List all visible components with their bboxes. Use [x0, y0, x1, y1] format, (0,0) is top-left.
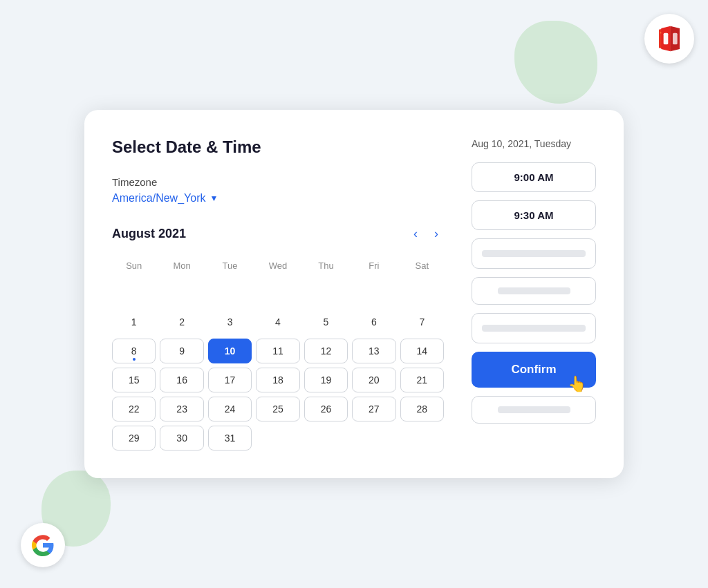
- calendar-grid: Sun Mon Tue Wed Thu Fri Sat 1 2 3 4 5 6 …: [112, 258, 444, 451]
- main-card: Select Date & Time Timezone America/New_…: [84, 110, 624, 478]
- time-slot-empty-3: [472, 313, 596, 343]
- calendar-header: August 2021 ‹ ›: [112, 224, 444, 244]
- slot-placeholder-line: [498, 406, 570, 413]
- ms-office-icon[interactable]: [644, 14, 694, 64]
- cursor-icon: 👆: [568, 375, 586, 393]
- day-23[interactable]: 23: [160, 397, 203, 421]
- day-empty: [400, 281, 444, 305]
- day-empty: [256, 426, 299, 451]
- day-16[interactable]: 16: [160, 368, 203, 392]
- day-empty: [304, 426, 348, 451]
- day-empty: [352, 426, 395, 451]
- prev-month-button[interactable]: ‹: [408, 224, 423, 244]
- day-30[interactable]: 30: [160, 426, 203, 451]
- left-panel: Select Date & Time Timezone America/New_…: [112, 137, 444, 451]
- day-24[interactable]: 24: [208, 397, 252, 421]
- timezone-value: America/New_York: [112, 192, 205, 205]
- chevron-down-icon: ▼: [209, 193, 218, 203]
- slot-placeholder-line: [498, 287, 570, 294]
- day-15[interactable]: 15: [112, 368, 156, 392]
- day-empty: [160, 281, 203, 305]
- day-31[interactable]: 31: [208, 426, 252, 451]
- day-20[interactable]: 20: [352, 368, 395, 392]
- day-19[interactable]: 19: [304, 368, 348, 392]
- time-slot-1[interactable]: 9:00 AM: [472, 162, 596, 192]
- day-1[interactable]: 1: [112, 310, 156, 334]
- day-empty: [112, 281, 156, 305]
- time-slot-empty-4: [472, 396, 596, 424]
- day-header-thu: Thu: [304, 258, 348, 276]
- day-header-mon: Mon: [160, 258, 203, 276]
- day-9[interactable]: 9: [160, 339, 203, 363]
- day-header-sun: Sun: [112, 258, 156, 276]
- svg-rect-3: [673, 33, 678, 45]
- time-slot-empty-2: [472, 277, 596, 305]
- next-month-button[interactable]: ›: [429, 224, 444, 244]
- day-17[interactable]: 17: [208, 368, 252, 392]
- day-header-tue: Tue: [208, 258, 252, 276]
- day-25[interactable]: 25: [256, 397, 299, 421]
- slot-placeholder-line: [482, 250, 586, 257]
- day-28[interactable]: 28: [400, 397, 444, 421]
- day-4[interactable]: 4: [256, 310, 299, 334]
- day-empty: [352, 281, 395, 305]
- day-8[interactable]: 8: [112, 339, 156, 363]
- selected-date-display: Aug 10, 2021, Tuesday: [472, 137, 596, 151]
- day-11[interactable]: 11: [256, 339, 299, 363]
- day-26[interactable]: 26: [304, 397, 348, 421]
- confirm-button[interactable]: Confirm 👆: [472, 352, 596, 388]
- page-title: Select Date & Time: [112, 137, 444, 157]
- time-slot-2[interactable]: 9:30 AM: [472, 200, 596, 230]
- right-panel: Aug 10, 2021, Tuesday 9:00 AM 9:30 AM Co…: [472, 137, 596, 451]
- day-14[interactable]: 14: [400, 339, 444, 363]
- day-12[interactable]: 12: [304, 339, 348, 363]
- day-3[interactable]: 3: [208, 310, 252, 334]
- day-7[interactable]: 7: [400, 310, 444, 334]
- day-empty: [256, 281, 299, 305]
- slot-placeholder-line: [482, 325, 586, 332]
- day-29[interactable]: 29: [112, 426, 156, 451]
- day-header-sat: Sat: [400, 258, 444, 276]
- time-slot-empty-1: [472, 238, 596, 269]
- day-13[interactable]: 13: [352, 339, 395, 363]
- month-label: August 2021: [112, 227, 186, 241]
- decorative-blob-top: [514, 21, 597, 104]
- day-header-fri: Fri: [352, 258, 395, 276]
- timezone-selector[interactable]: America/New_York ▼: [112, 192, 444, 205]
- timezone-label: Timezone: [112, 176, 444, 188]
- day-10[interactable]: 10: [208, 339, 252, 363]
- day-empty: [304, 281, 348, 305]
- day-5[interactable]: 5: [304, 310, 348, 334]
- day-6[interactable]: 6: [352, 310, 395, 334]
- google-icon[interactable]: [21, 523, 65, 567]
- svg-rect-2: [664, 33, 669, 45]
- day-empty: [208, 281, 252, 305]
- day-18[interactable]: 18: [256, 368, 299, 392]
- day-empty: [400, 426, 444, 451]
- day-2[interactable]: 2: [160, 310, 203, 334]
- day-header-wed: Wed: [256, 258, 299, 276]
- day-27[interactable]: 27: [352, 397, 395, 421]
- confirm-label: Confirm: [511, 363, 556, 376]
- calendar-nav: ‹ ›: [408, 224, 444, 244]
- day-21[interactable]: 21: [400, 368, 444, 392]
- day-22[interactable]: 22: [112, 397, 156, 421]
